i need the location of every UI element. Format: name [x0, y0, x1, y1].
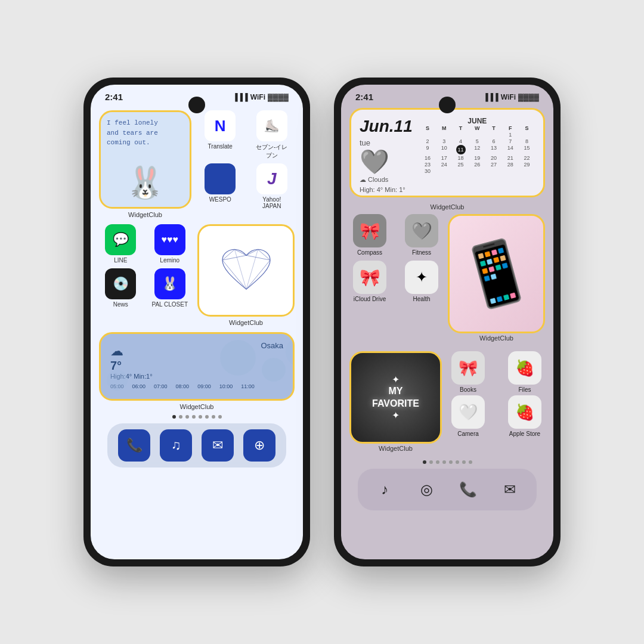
line-app[interactable]: 💬 LINE [102, 224, 139, 264]
news-app[interactable]: 💿 News [102, 268, 139, 308]
app-row-compass-fitness: 🎀 Compass 🩶 Fitness [349, 214, 442, 256]
dock-right: ♪ ◎ 📞 ✉ [358, 469, 537, 510]
favorite-widget-container: ✦ MY FAVORITE ✦ WidgetClub [349, 351, 442, 456]
battery-icon: ▓▓▓▓ [268, 93, 289, 101]
health-label: Health [413, 296, 431, 302]
translate-app[interactable]: N Translate [202, 110, 239, 160]
bunny-widget-label: WidgetClub [99, 211, 191, 218]
bunny-line1: I feel lonely [107, 119, 158, 126]
notch-right [439, 97, 456, 113]
dot-r5 [449, 460, 453, 464]
camera-icon: 🤍 [451, 395, 485, 429]
weather-widget[interactable]: ☁ 7° High:4° Min:1° 05:00 06:00 07:00 08… [99, 332, 295, 401]
app-row-books-files: 🎀 Books 🍓 Files [448, 351, 545, 393]
camera-app[interactable]: 🤍 Camera [448, 395, 488, 437]
right-middle-apps: 🎀 Compass 🩶 Fitness 🎀 iCloud Dr [349, 214, 442, 345]
right-bottom-apps: 🎀 Books 🍓 Files 🤍 Camera [448, 351, 545, 456]
cal-heart-3d: 🩶 [360, 150, 413, 174]
left-phone-screen: 2:41 ▐▐▐ WiFi ▓▓▓▓ [91, 85, 303, 559]
svg-line-5 [246, 260, 270, 289]
right-bottom-row: ✦ MY FAVORITE ✦ WidgetClub [349, 351, 545, 456]
battery-icon-right: ▓▓▓▓ [518, 93, 539, 101]
cal-today: 11 [456, 145, 466, 154]
phones-container: 2:41 ▐▐▐ WiFi ▓▓▓▓ [83, 78, 561, 566]
phone-widget-container: 📱 WidgetClub [448, 214, 545, 345]
status-icons-left: ▐▐▐ WiFi ▓▓▓▓ [233, 93, 289, 101]
dock-mail-right[interactable]: ✉ [495, 475, 525, 504]
camera-label: Camera [457, 431, 479, 437]
dot-2 [179, 415, 182, 419]
lemino-label: Lemino [160, 257, 179, 264]
compass-app[interactable]: 🎀 Compass [349, 214, 390, 256]
dock-music-icon[interactable]: ♫ [160, 429, 192, 462]
lemino-app[interactable]: ♥♥♥ Lemino [151, 224, 188, 264]
favorite-line2: FAVORITE [372, 398, 419, 408]
phone-widget[interactable]: 📱 [448, 214, 545, 333]
compass-label: Compass [357, 249, 382, 256]
pal-closet-app[interactable]: 🐰 PAL CLOSET [151, 268, 188, 308]
fitness-app[interactable]: 🩶 Fitness [401, 214, 442, 256]
apple-store-label: Apple Store [509, 431, 540, 437]
dock-phone-icon[interactable]: 📞 [118, 429, 150, 462]
page-dots-left [99, 415, 295, 419]
icloud-drive-app[interactable]: 🎀 iCloud Drive [349, 261, 390, 302]
weather-icon-cloud: ☁ [110, 343, 255, 359]
dot-r6 [456, 460, 459, 464]
icloud-drive-icon: 🎀 [353, 261, 386, 294]
books-app[interactable]: 🎀 Books [448, 351, 488, 393]
bunny-emoji: 🐰 [126, 165, 165, 201]
heart-widget-label: WidgetClub [197, 319, 295, 326]
dock-phone-right[interactable]: 📞 [453, 475, 483, 504]
dock-compass-icon[interactable]: ⊕ [243, 429, 275, 462]
bunny-text: I feel lonely and tears are coming out. [107, 118, 184, 148]
icloud-drive-label: iCloud Drive [354, 296, 386, 302]
cal-temp: High: 4° Min: 1° [360, 186, 413, 193]
weather-temp: 7° [110, 359, 255, 373]
calendar-widget-label: WidgetClub [349, 203, 545, 210]
compass-icon: 🎀 [353, 214, 386, 247]
svg-line-6 [222, 255, 246, 260]
health-icon: ✦ [405, 261, 438, 294]
right-middle-row: 🎀 Compass 🩶 Fitness 🎀 iCloud Dr [349, 214, 545, 345]
app-row-icloud-health: 🎀 iCloud Drive ✦ Health [349, 261, 442, 302]
line-icon: 💬 [105, 224, 136, 255]
dock-compass-right[interactable]: ◎ [411, 475, 441, 504]
books-label: Books [460, 386, 476, 393]
yahoo-app[interactable]: J Yahoo! JAPAN [253, 163, 290, 209]
dock-mail-icon[interactable]: ✉ [202, 429, 234, 462]
right-top-apps: N Translate ⛸️ セブン-イレブン [197, 110, 295, 218]
dot-r2 [429, 460, 433, 464]
wespo-icon [205, 163, 236, 194]
bunny-widget-inner[interactable]: I feel lonely and tears are coming out. … [99, 110, 191, 209]
svg-line-4 [222, 260, 246, 289]
dot-3 [185, 415, 189, 419]
calendar-widget-container: Jun.11 tue 🩶 ☁ Clouds High: 4° Min: 1° J… [349, 108, 545, 210]
apple-store-app[interactable]: 🍓 Apple Store [504, 395, 545, 437]
wespo-app[interactable]: WESPO [202, 163, 239, 209]
calendar-widget[interactable]: Jun.11 tue 🩶 ☁ Clouds High: 4° Min: 1° J… [349, 108, 545, 197]
fitness-label: Fitness [412, 249, 431, 256]
yahoo-icon: J [256, 163, 287, 194]
favorite-line1: MY [388, 386, 402, 396]
pal-closet-icon: 🐰 [154, 268, 185, 299]
dot-r8 [469, 460, 472, 464]
app-row-4: 💿 News 🐰 PAL CLOSET [99, 268, 191, 308]
dock-music-right[interactable]: ♪ [370, 475, 400, 504]
translate-icon: N [205, 110, 236, 141]
dot-5 [199, 415, 202, 419]
fitness-icon: 🩶 [405, 214, 438, 247]
seven-app[interactable]: ⛸️ セブン-イレブン [253, 110, 290, 160]
weather-timeline: 05:00 06:00 07:00 08:00 09:00 10:00 11:0… [110, 383, 255, 389]
translate-label: Translate [208, 143, 233, 150]
cal-month-title: JUNE [420, 117, 535, 125]
weather-widget-container: ☁ 7° High:4° Min:1° 05:00 06:00 07:00 08… [99, 332, 295, 410]
heart-widget[interactable] [197, 224, 295, 317]
health-app[interactable]: ✦ Health [401, 261, 442, 302]
signal-icon-right: ▐▐▐ [483, 93, 499, 101]
bunny-line2: and tears are coming out. [107, 129, 158, 147]
weather-widget-label: WidgetClub [99, 403, 295, 410]
files-app[interactable]: 🍓 Files [504, 351, 545, 393]
dot-4 [192, 415, 196, 419]
favorite-widget[interactable]: ✦ MY FAVORITE ✦ [349, 351, 442, 444]
svg-line-7 [246, 255, 270, 260]
